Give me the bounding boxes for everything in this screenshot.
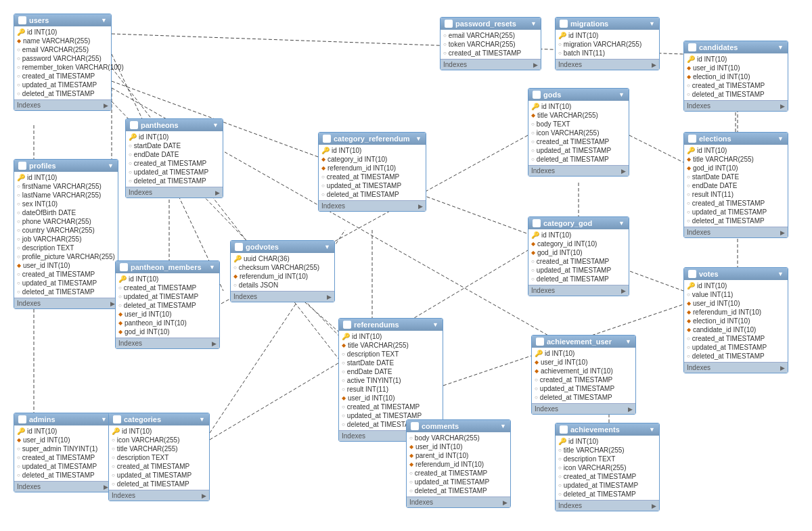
circle-icon: ○ [342, 360, 345, 366]
footer-label: Indexes [531, 287, 555, 294]
footer-label: Indexes [112, 492, 135, 499]
table-categories: categories▼🔑id INT(10)○icon VARCHAR(255)… [108, 413, 210, 501]
field-text: achievement_id INT(10) [541, 367, 613, 375]
table-label-elections: elections [699, 135, 731, 143]
table-footer-candidates[interactable]: Indexes▶ [684, 100, 788, 111]
table-row: ◆election_id INT(10) [684, 72, 788, 81]
table-icon-achievements [560, 425, 568, 434]
field-text: value INT(11) [692, 291, 734, 298]
field-text: migration VARCHAR(255) [564, 41, 641, 48]
table-row: ◆category_id INT(10) [319, 155, 426, 164]
table-footer-achievements[interactable]: Indexes▶ [556, 500, 659, 511]
table-footer-admins[interactable]: Indexes▶ [14, 481, 111, 492]
table-footer-migrations[interactable]: Indexes▶ [556, 59, 659, 70]
footer-label: Indexes [118, 340, 142, 347]
circle-icon: ○ [17, 227, 20, 233]
footer-label: Indexes [531, 167, 555, 175]
table-footer-votes[interactable]: Indexes▶ [684, 362, 788, 373]
table-comments: comments▼○body VARCHAR(255)◆user_id INT(… [406, 419, 511, 508]
table-footer-godvotes[interactable]: Indexes▶ [231, 291, 334, 302]
table-footer-categories[interactable]: Indexes▶ [109, 490, 209, 501]
table-footer-category_god[interactable]: Indexes▶ [528, 285, 629, 296]
field-text: email VARCHAR(255) [22, 46, 89, 53]
table-arrow-pantheon_members: ▼ [209, 264, 215, 271]
table-footer-elections[interactable]: Indexes▶ [684, 227, 788, 237]
circle-icon: ○ [687, 191, 690, 198]
field-text: category_id INT(10) [328, 156, 387, 163]
field-text: user_id INT(10) [23, 262, 70, 269]
field-text: endDate DATE [134, 151, 179, 158]
table-row: 🔑id INT(10) [556, 437, 659, 446]
table-arrow-candidates: ▼ [777, 44, 784, 51]
table-footer-category_referendum[interactable]: Indexes▶ [319, 200, 426, 211]
table-row: ○country VARCHAR(255) [14, 226, 118, 235]
diamond-icon: ◆ [687, 165, 691, 171]
key-icon: 🔑 [342, 333, 350, 340]
circle-icon: ○ [558, 491, 562, 497]
table-icon-category_referendum [323, 135, 331, 143]
field-text: god_id INT(10) [693, 164, 738, 172]
table-footer-users[interactable]: Indexes▶ [14, 99, 111, 110]
table-footer-comments[interactable]: Indexes▶ [407, 497, 510, 507]
table-footer-achievement_user[interactable]: Indexes▶ [532, 403, 635, 414]
footer-label: Indexes [535, 405, 558, 413]
table-godvotes: godvotes▼🔑uuid CHAR(36)○checksum VARCHAR… [230, 240, 335, 302]
table-row: ○email VARCHAR(255) [14, 45, 111, 54]
diamond-icon: ◆ [535, 368, 539, 374]
field-text: id INT(10) [332, 147, 361, 154]
table-row: ○updated_at TIMESTAMP [528, 146, 629, 155]
table-footer-pantheon_members[interactable]: Indexes▶ [116, 338, 219, 348]
table-label-password_resets: password_resets [455, 20, 516, 28]
field-text: active TINYINT(1) [347, 377, 401, 384]
table-row: ○checksum VARCHAR(255) [231, 263, 334, 272]
table-row: ○created_at TIMESTAMP [532, 375, 635, 384]
table-row: ○lastName VARCHAR(255) [14, 191, 118, 200]
table-body-achievements: 🔑id INT(10)○title VARCHAR(255)○descripti… [556, 436, 659, 500]
table-row: ○created_at TIMESTAMP [528, 257, 629, 266]
table-label-votes: votes [699, 270, 719, 278]
table-label-candidates: candidates [699, 43, 738, 51]
table-admins: admins▼🔑id INT(10)◆user_id INT(10)○super… [14, 413, 112, 492]
circle-icon: ○ [558, 482, 562, 488]
table-label-category_god: category_god [543, 219, 592, 227]
table-row: 🔑id INT(10) [339, 332, 443, 341]
field-text: deleted_at TIMESTAMP [537, 156, 609, 163]
table-row: ○title VARCHAR(255) [556, 446, 659, 455]
table-row: ◆election_id INT(10) [684, 317, 788, 325]
field-text: god_id INT(10) [125, 328, 170, 336]
key-icon: 🔑 [535, 350, 543, 357]
table-row: 🔑uuid CHAR(36) [231, 254, 334, 263]
field-text: id INT(10) [122, 428, 152, 435]
table-header-pantheon_members: pantheon_members▼ [116, 261, 219, 273]
key-icon: 🔑 [531, 103, 539, 110]
circle-icon: ○ [687, 353, 690, 359]
field-text: created_at TIMESTAMP [22, 454, 95, 461]
table-footer-profiles[interactable]: Indexes▶ [14, 298, 118, 308]
field-text: endDate DATE [347, 368, 392, 375]
circle-icon: ○ [321, 174, 325, 180]
footer-arrow: ▶ [104, 102, 108, 109]
field-text: country VARCHAR(255) [22, 227, 95, 234]
circle-icon: ○ [531, 139, 535, 145]
table-row: ○endDate DATE [126, 150, 223, 159]
table-icon-comments [411, 422, 419, 430]
circle-icon: ○ [687, 83, 690, 89]
table-row: ○batch INT(11) [556, 49, 659, 57]
circle-icon: ○ [531, 121, 535, 127]
table-footer-password_resets[interactable]: Indexes▶ [441, 59, 541, 70]
circle-icon: ○ [112, 437, 115, 443]
table-footer-pantheons[interactable]: Indexes▶ [126, 187, 223, 198]
field-text: referendum_id INT(10) [240, 273, 308, 280]
table-header-password_resets: password_resets▼ [441, 18, 541, 30]
table-row: ○deleted_at TIMESTAMP [528, 275, 629, 283]
table-row: ○value INT(11) [684, 290, 788, 299]
diamond-icon: ◆ [531, 250, 535, 256]
table-row: ○updated_at TIMESTAMP [528, 266, 629, 275]
table-footer-gods[interactable]: Indexes▶ [528, 165, 629, 176]
key-icon: 🔑 [558, 32, 566, 39]
field-text: token VARCHAR(255) [449, 41, 516, 48]
circle-icon: ○ [17, 73, 20, 79]
table-row: ◆user_id INT(10) [14, 261, 118, 270]
field-text: updated_at TIMESTAMP [22, 81, 97, 89]
circle-icon: ○ [17, 201, 20, 207]
